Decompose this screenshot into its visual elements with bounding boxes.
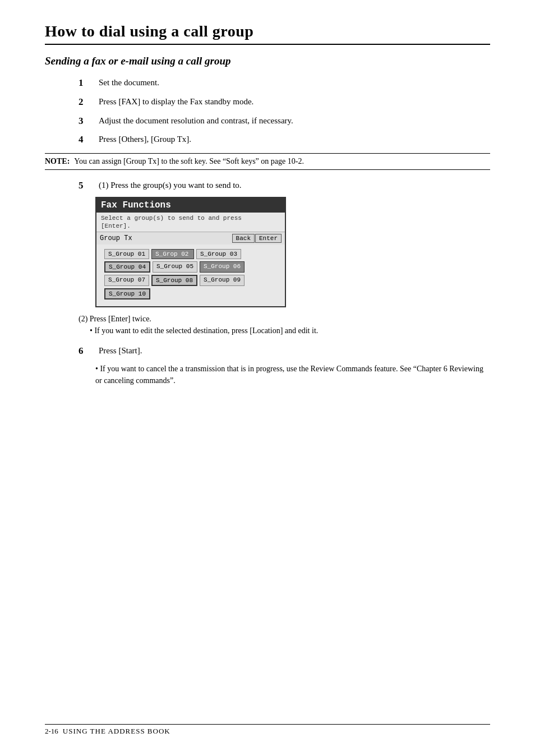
fax-screen: Fax Functions Select a group(s) to send … <box>95 197 286 307</box>
footer: 2-16 Using the Address Book <box>45 724 490 736</box>
step-2-text: Press [FAX] to display the Fax standby m… <box>99 95 253 108</box>
step-2-num: 2 <box>79 95 94 109</box>
group-row-1: S_Group 04 S_Group 05 S_Group 06 <box>104 261 280 273</box>
toolbar-label: Group Tx <box>100 234 132 242</box>
step-1: 1 Set the document. <box>45 76 490 90</box>
step-6-bullet: • If you want to cancel the a transmissi… <box>79 363 490 386</box>
note-text: You can assign [Group Tx] to the soft ke… <box>74 157 304 166</box>
footer-page-num: 2-16 <box>45 727 58 736</box>
group-cell-0-0[interactable]: S_Group 01 <box>104 249 149 259</box>
group-cell-3-0[interactable]: S_Group 10 <box>104 288 150 299</box>
step-2: 2 Press [FAX] to display the Fax standby… <box>45 95 490 109</box>
group-cell-1-2[interactable]: S_Group 06 <box>200 261 245 273</box>
group-cell-0-2[interactable]: S_Group 03 <box>196 249 241 259</box>
group-cell-2-1[interactable]: S_Group 08 <box>151 275 197 286</box>
step-6: 6 Press [Start]. <box>79 344 490 358</box>
step-4-num: 4 <box>79 133 94 146</box>
group-cell-0-1[interactable]: S_Grop 02 <box>151 249 194 259</box>
step-5-container: 5 (1) Press the group(s) you want to sen… <box>45 179 490 336</box>
step-5-text: (1) Press the group(s) you want to send … <box>99 179 242 192</box>
step-6-text: Press [Start]. <box>99 344 142 357</box>
group-grid: S_Group 01 S_Grop 02 S_Group 03 S_Group … <box>96 245 285 306</box>
footer-rule <box>45 724 490 725</box>
step-4: 4 Press [Others], [Group Tx]. <box>45 133 490 146</box>
step-6-sub: • If you want to cancel the a transmissi… <box>79 363 490 386</box>
group-cell-2-2[interactable]: S_Group 09 <box>200 275 245 286</box>
toolbar-buttons: Back Enter <box>232 234 282 243</box>
enter-button[interactable]: Enter <box>255 234 282 243</box>
step-3: 3 Adjust the document resolution and con… <box>45 114 490 128</box>
page-title: How to dial using a call group <box>45 22 490 40</box>
title-rule <box>45 44 490 45</box>
step-5-num: 5 <box>79 179 94 192</box>
step-1-text: Set the document. <box>99 76 159 89</box>
fax-screen-title: Fax Functions <box>96 198 285 213</box>
step-5-sub-label: (2) Press [Enter] twice. <box>79 315 151 323</box>
fax-screen-toolbar: Group Tx Back Enter <box>96 232 285 245</box>
group-cell-1-1[interactable]: S_Group 05 <box>153 261 197 273</box>
step-4-text: Press [Others], [Group Tx]. <box>99 133 191 146</box>
footer-chapter: Using the Address Book <box>63 727 170 736</box>
step-1-num: 1 <box>79 76 94 90</box>
group-cell-2-0[interactable]: S_Group 07 <box>104 275 149 286</box>
note-box: NOTE: You can assign [Group Tx] to the s… <box>45 153 490 170</box>
group-row-3: S_Group 10 <box>104 288 280 299</box>
step-5-header: 5 (1) Press the group(s) you want to sen… <box>79 179 490 192</box>
back-button[interactable]: Back <box>232 234 255 243</box>
step-5-bullet: • If you want to edit the selected desti… <box>90 326 318 335</box>
footer-content: 2-16 Using the Address Book <box>45 727 490 736</box>
section-heading: Sending a fax or e-mail using a call gro… <box>45 55 490 67</box>
step-3-num: 3 <box>79 114 94 128</box>
group-row-0: S_Group 01 S_Grop 02 S_Group 03 <box>104 249 280 259</box>
step-3-text: Adjust the document resolution and contr… <box>99 114 293 127</box>
group-row-2: S_Group 07 S_Group 08 S_Group 09 <box>104 275 280 286</box>
step-6-block: 6 Press [Start]. • If you want to cancel… <box>45 344 490 387</box>
group-cell-1-0[interactable]: S_Group 04 <box>104 261 150 273</box>
step-5-sub: (2) Press [Enter] twice. • If you want t… <box>79 313 490 336</box>
note-label: NOTE: <box>45 157 70 166</box>
step-6-num: 6 <box>79 344 94 358</box>
fax-screen-subtitle: Select a group(s) to send to and press [… <box>96 213 285 232</box>
